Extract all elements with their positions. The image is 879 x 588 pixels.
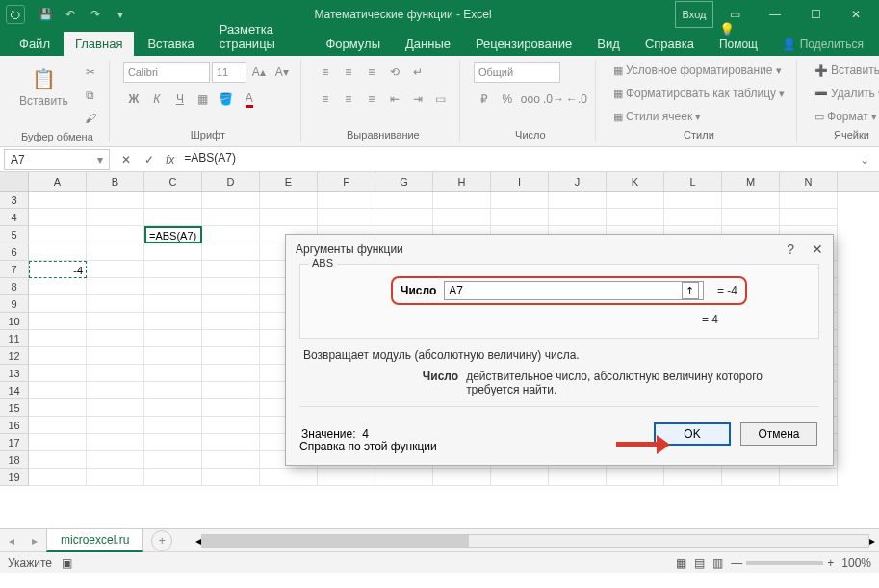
share-button[interactable]: 👤 Поделиться xyxy=(774,33,871,56)
tab-formulas[interactable]: Формулы xyxy=(314,32,392,56)
cell[interactable] xyxy=(664,192,722,209)
tab-help[interactable]: Справка xyxy=(633,32,706,56)
copy-icon[interactable]: ⧉ xyxy=(80,85,101,106)
cell[interactable] xyxy=(722,469,780,486)
row-header[interactable]: 3 xyxy=(0,192,29,209)
col-header[interactable]: N xyxy=(780,172,838,191)
cell[interactable] xyxy=(318,192,375,209)
cell[interactable] xyxy=(202,451,260,469)
align-top-icon[interactable]: ≡ xyxy=(315,62,336,83)
col-header[interactable]: D xyxy=(202,172,260,191)
cell[interactable] xyxy=(87,434,144,451)
range-picker-icon[interactable]: ↥ xyxy=(682,282,699,299)
cell[interactable] xyxy=(549,192,607,209)
cell[interactable] xyxy=(29,365,87,382)
save-icon[interactable]: 💾 xyxy=(35,4,56,25)
row-header[interactable]: 11 xyxy=(0,330,29,347)
cell[interactable] xyxy=(29,209,87,226)
align-right-icon[interactable]: ≡ xyxy=(361,89,382,110)
row-header[interactable]: 15 xyxy=(0,399,29,417)
cell[interactable] xyxy=(318,469,375,486)
ribbon-options-icon[interactable]: ▭ xyxy=(715,1,754,28)
cell[interactable] xyxy=(433,209,491,226)
cell[interactable] xyxy=(144,347,202,365)
undo-icon[interactable]: ↶ xyxy=(60,4,81,25)
cell[interactable] xyxy=(202,330,260,347)
cell[interactable] xyxy=(87,365,144,382)
cell[interactable] xyxy=(202,469,260,486)
qat-dropdown-icon[interactable]: ▾ xyxy=(110,4,131,25)
cell[interactable] xyxy=(202,399,260,417)
format-cells-button[interactable]: ▭ Формат ▾ xyxy=(811,108,879,125)
cell[interactable] xyxy=(433,469,491,486)
tab-review[interactable]: Рецензирование xyxy=(464,32,583,56)
cell[interactable] xyxy=(202,382,260,399)
tab-home[interactable]: Главная xyxy=(64,32,134,56)
tab-view[interactable]: Вид xyxy=(585,32,632,56)
cell[interactable] xyxy=(607,192,664,209)
cell[interactable] xyxy=(144,295,202,313)
cell[interactable] xyxy=(202,243,260,261)
cell[interactable] xyxy=(318,209,375,226)
select-all[interactable] xyxy=(0,172,29,191)
insert-function-icon[interactable]: fx xyxy=(166,153,174,166)
row-header[interactable]: 8 xyxy=(0,278,29,295)
dialog-help-icon[interactable]: ? xyxy=(787,242,794,257)
row-header[interactable]: 16 xyxy=(0,417,29,434)
cell[interactable] xyxy=(491,192,549,209)
orientation-icon[interactable]: ⟲ xyxy=(384,62,405,83)
cell[interactable] xyxy=(780,192,838,209)
row-header[interactable]: 9 xyxy=(0,295,29,313)
conditional-formatting-button[interactable]: ▦ Условное форматирование ▾ xyxy=(609,62,786,79)
fill-color-icon[interactable]: 🪣 xyxy=(216,89,237,110)
increase-font-icon[interactable]: A▴ xyxy=(248,62,270,83)
argument-input[interactable]: A7 ↥ xyxy=(444,281,704,300)
align-bottom-icon[interactable]: ≡ xyxy=(361,62,382,83)
col-header[interactable]: L xyxy=(664,172,722,191)
cell[interactable] xyxy=(433,192,491,209)
help-link[interactable]: Справка по этой функции xyxy=(299,440,437,453)
paste-button[interactable]: 📋Вставить xyxy=(13,62,74,112)
cell[interactable] xyxy=(87,417,144,434)
view-normal-icon[interactable]: ▦ xyxy=(676,556,686,570)
view-page-layout-icon[interactable]: ▤ xyxy=(694,556,705,570)
decrease-font-icon[interactable]: A▾ xyxy=(271,62,293,83)
autosave-toggle[interactable]: ⭮ xyxy=(6,5,25,24)
font-color-icon[interactable]: A xyxy=(239,89,260,110)
dialog-title-bar[interactable]: Аргументы функции ? ✕ xyxy=(286,235,833,264)
delete-cells-button[interactable]: ➖ Удалить ▾ xyxy=(811,85,879,102)
merge-icon[interactable]: ▭ xyxy=(430,89,452,110)
col-header[interactable]: H xyxy=(433,172,491,191)
percent-icon[interactable]: % xyxy=(497,89,518,110)
comma-icon[interactable]: ooo xyxy=(520,89,541,110)
cell[interactable] xyxy=(29,226,87,243)
cell[interactable] xyxy=(664,209,722,226)
cell[interactable] xyxy=(87,261,144,278)
cell[interactable] xyxy=(87,278,144,295)
italic-icon[interactable]: К xyxy=(146,89,168,110)
dialog-close-icon[interactable]: ✕ xyxy=(812,242,823,257)
increase-indent-icon[interactable]: ⇥ xyxy=(407,89,428,110)
cell[interactable] xyxy=(607,209,664,226)
cell[interactable] xyxy=(375,192,433,209)
cell[interactable] xyxy=(144,209,202,226)
cell[interactable] xyxy=(549,469,607,486)
cell[interactable] xyxy=(29,313,87,330)
tab-data[interactable]: Данные xyxy=(394,32,462,56)
cell[interactable] xyxy=(375,469,433,486)
cell[interactable] xyxy=(144,382,202,399)
cell-styles-button[interactable]: ▦ Стили ячеек ▾ xyxy=(609,108,705,125)
cell[interactable] xyxy=(144,261,202,278)
sheet-nav-next[interactable]: ▸ xyxy=(23,534,46,548)
col-header[interactable]: A xyxy=(29,172,87,191)
macro-record-icon[interactable]: ▣ xyxy=(62,556,72,570)
cancel-formula-icon[interactable]: ✕ xyxy=(117,153,135,166)
row-header[interactable]: 13 xyxy=(0,365,29,382)
font-size-combo[interactable]: 11 xyxy=(212,62,246,83)
cell[interactable] xyxy=(780,209,838,226)
redo-icon[interactable]: ↷ xyxy=(85,4,106,25)
signin-button[interactable]: Вход xyxy=(675,1,713,28)
col-header[interactable]: E xyxy=(260,172,318,191)
decrease-decimal-icon[interactable]: ←.0 xyxy=(566,89,587,110)
cell[interactable]: =ABS(A7) xyxy=(144,226,202,243)
